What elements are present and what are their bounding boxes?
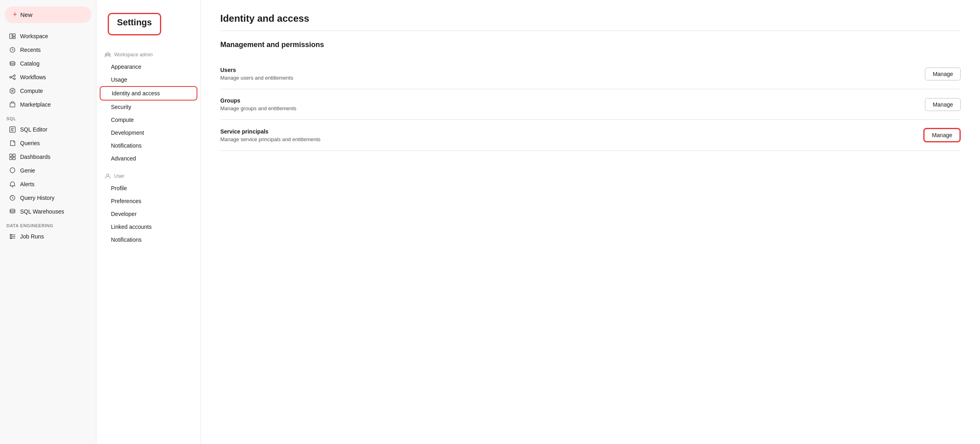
sidebar-item-job-runs-label: Job Runs [20,233,44,240]
sidebar-item-query-history-label: Query History [20,195,55,201]
sidebar-item-query-history[interactable]: Query History [2,191,94,205]
dashboards-icon [9,153,16,160]
sidebar-item-genie[interactable]: Genie [2,164,94,177]
workspace-admin-section-label: Workspace admin [114,52,153,58]
sidebar-item-dashboards[interactable]: Dashboards [2,150,94,164]
svg-point-28 [105,54,107,55]
permission-row-users: Users Manage users and entitlements Mana… [220,59,961,89]
permission-desc-users: Manage users and entitlements [220,75,293,81]
svg-point-5 [10,76,11,78]
settings-panel: Settings Workspace admin Appearance Usag… [96,0,201,444]
plus-icon: + [13,10,17,19]
sidebar-item-compute[interactable]: Compute [2,84,94,98]
sidebar-item-sql-warehouses[interactable]: SQL Warehouses [2,205,94,218]
manage-button-service-principals[interactable]: Manage [923,128,961,142]
section-subtitle: Management and permissions [220,41,961,49]
svg-line-8 [11,76,14,77]
svg-point-21 [10,209,15,211]
permission-desc-service-principals: Manage service principals and entitlemen… [220,136,320,142]
svg-rect-18 [10,157,12,160]
permission-title-users: Users [220,67,293,73]
settings-item-compute[interactable]: Compute [100,113,197,126]
svg-point-26 [10,238,12,239]
sidebar-item-job-runs[interactable]: Job Runs [2,230,94,243]
settings-item-notifications-user[interactable]: Notifications [100,233,197,246]
sidebar-item-catalog[interactable]: Catalog [2,57,94,70]
svg-line-9 [11,78,14,79]
svg-rect-0 [10,34,12,39]
alerts-icon [9,181,16,188]
user-section-icon [105,173,111,179]
permission-row-service-principals: Service principals Manage service princi… [220,120,961,151]
job-runs-icon [9,233,16,240]
sql-warehouses-icon [9,208,16,215]
new-button[interactable]: + New [5,6,91,23]
sql-section-label: SQL [0,111,96,123]
svg-point-7 [14,78,15,80]
settings-item-linked-accounts[interactable]: Linked accounts [100,220,197,233]
permissions-list: Users Manage users and entitlements Mana… [220,59,961,151]
settings-item-usage[interactable]: Usage [100,73,197,86]
workspace-admin-icon [105,51,111,58]
svg-rect-1 [13,34,15,36]
svg-rect-16 [10,154,12,156]
sidebar-item-queries[interactable]: Queries [2,136,94,150]
permission-row-groups: Groups Manage groups and entitlements Ma… [220,89,961,120]
svg-rect-2 [13,37,15,39]
sidebar-item-marketplace-label: Marketplace [20,101,51,108]
data-engineering-section-label: Data Engineering [0,218,96,230]
svg-point-29 [109,54,111,55]
sidebar-item-workspace-label: Workspace [20,33,48,39]
sidebar-item-alerts-label: Alerts [20,181,35,187]
permission-desc-groups: Manage groups and entitlements [220,105,296,111]
manage-button-groups[interactable]: Manage [925,98,961,111]
settings-item-developer[interactable]: Developer [100,208,197,220]
marketplace-icon [9,101,16,108]
user-section-label: User [114,173,124,179]
svg-rect-17 [13,154,15,156]
new-button-label: New [21,11,33,18]
settings-item-notifications-admin[interactable]: Notifications [100,139,197,152]
settings-item-development[interactable]: Development [100,126,197,139]
settings-title: Settings [108,13,161,35]
settings-item-appearance[interactable]: Appearance [100,60,197,73]
sidebar-item-sql-editor[interactable]: SQL Editor [2,123,94,136]
sidebar-item-workspace[interactable]: Workspace [2,29,94,43]
permission-info-users: Users Manage users and entitlements [220,67,293,81]
permission-info-service-principals: Service principals Manage service princi… [220,128,320,142]
catalog-icon [9,60,16,67]
settings-item-profile[interactable]: Profile [100,182,197,195]
compute-icon [9,87,16,95]
user-section-header: User [96,170,201,182]
query-history-icon [9,194,16,201]
sidebar-item-alerts[interactable]: Alerts [2,177,94,191]
permission-title-groups: Groups [220,97,296,104]
sidebar-item-recents-label: Recents [20,47,41,53]
manage-button-users[interactable]: Manage [925,68,961,80]
workspace-admin-section-header: Workspace admin [96,48,201,60]
recents-icon [9,46,16,53]
svg-rect-11 [10,103,15,107]
svg-point-30 [107,174,109,177]
sidebar-item-sql-editor-label: SQL Editor [20,126,47,133]
settings-item-advanced[interactable]: Advanced [100,152,197,165]
sidebar-item-sql-warehouses-label: SQL Warehouses [20,208,64,215]
title-divider [220,31,961,31]
page-title: Identity and access [220,13,961,24]
queries-icon [9,140,16,147]
workspace-icon [9,33,16,40]
sidebar-item-marketplace[interactable]: Marketplace [2,98,94,111]
settings-item-preferences[interactable]: Preferences [100,195,197,208]
sidebar-item-dashboards-label: Dashboards [20,154,51,160]
settings-item-identity-and-access[interactable]: Identity and access [100,86,197,101]
main-content: Identity and access Management and permi… [201,0,980,444]
sidebar-item-workflows[interactable]: Workflows [2,70,94,84]
settings-item-security[interactable]: Security [100,101,197,113]
sidebar-item-catalog-label: Catalog [20,60,39,67]
svg-point-27 [107,53,109,55]
sql-editor-icon [9,126,16,133]
sidebar-item-recents[interactable]: Recents [2,43,94,57]
workflows-icon [9,74,16,81]
sidebar-item-genie-label: Genie [20,167,35,174]
svg-point-6 [14,75,15,76]
